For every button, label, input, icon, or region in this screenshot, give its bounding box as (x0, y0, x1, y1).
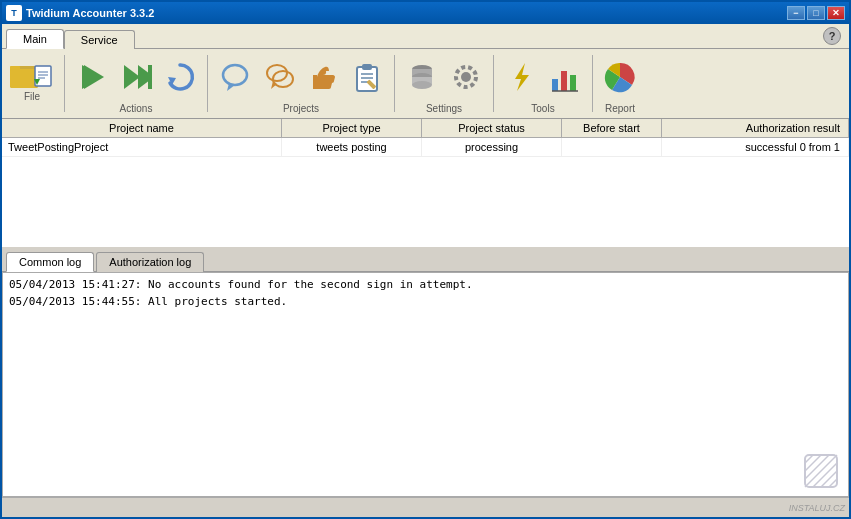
projects-table: Project name Project type Project status… (2, 119, 849, 247)
tools-buttons (500, 53, 586, 101)
project-chat1-button[interactable] (214, 53, 256, 101)
file-group-label: File (24, 91, 40, 102)
project-chat2-button[interactable] (258, 53, 300, 101)
table-header: Project name Project type Project status… (2, 119, 849, 138)
play-icon (76, 61, 108, 93)
log-line-2: 05/04/2013 15:44:55: All projects starte… (9, 294, 842, 311)
action-play-button[interactable] (71, 53, 113, 101)
svg-point-14 (223, 65, 247, 85)
svg-marker-10 (124, 65, 140, 89)
log-content[interactable]: 05/04/2013 15:41:27: No accounts found f… (2, 272, 849, 497)
lightning-icon (505, 61, 537, 93)
watermark-label: INSTALUJ.CZ (789, 503, 845, 513)
svg-rect-20 (362, 64, 372, 70)
col-header-status: Project status (422, 119, 562, 137)
projects-buttons (214, 53, 388, 101)
cell-auth-result: successful 0 from 1 (662, 138, 849, 156)
titlebar: T Twidium Accounter 3.3.2 − □ ✕ (2, 2, 849, 24)
table-row[interactable]: TweetPostingProject tweets posting proce… (2, 138, 849, 157)
svg-marker-9 (84, 65, 104, 89)
tools-group-label: Tools (531, 103, 554, 114)
report-group-label: Report (605, 103, 635, 114)
app-icon: T (6, 5, 22, 21)
cell-project-status: processing (422, 138, 562, 156)
toolbar-group-actions: Actions (71, 53, 201, 114)
projects-group-label: Projects (283, 103, 319, 114)
bar-chart-icon (549, 61, 581, 93)
action-refresh-button[interactable] (159, 53, 201, 101)
toolbar: File (2, 49, 849, 119)
col-header-name: Project name (2, 119, 282, 137)
close-button[interactable]: ✕ (827, 6, 845, 20)
tools-lightning-button[interactable] (500, 53, 542, 101)
refresh-icon (164, 61, 196, 93)
report-pie-button[interactable] (599, 53, 641, 101)
sep-4 (493, 55, 494, 112)
main-window: T Twidium Accounter 3.3.2 − □ ✕ Main Ser… (0, 0, 851, 519)
svg-point-29 (412, 81, 432, 89)
cell-before-start (562, 138, 662, 156)
help-button[interactable]: ? (823, 27, 841, 45)
project-thumbsup-button[interactable] (302, 53, 344, 101)
speech-bubble2-icon (263, 61, 295, 93)
tab-common-log[interactable]: Common log (6, 252, 94, 272)
skip-icon (120, 61, 152, 93)
col-header-type: Project type (282, 119, 422, 137)
tab-main[interactable]: Main (6, 29, 64, 49)
statusbar: INSTALUJ.CZ (2, 497, 849, 517)
document-icon (34, 65, 54, 89)
log-area: Common log Authorization log 05/04/2013 … (2, 247, 849, 497)
tab-auth-log[interactable]: Authorization log (96, 252, 204, 272)
toolbar-group-settings: Settings (401, 53, 487, 114)
file-icons[interactable] (10, 53, 54, 89)
actions-buttons (71, 53, 201, 101)
settings-buttons (401, 53, 487, 101)
svg-rect-33 (552, 79, 558, 91)
svg-rect-12 (148, 65, 152, 89)
svg-marker-32 (515, 63, 529, 91)
col-header-before: Before start (562, 119, 662, 137)
settings-db-button[interactable] (401, 53, 443, 101)
col-header-auth: Authorization result (662, 119, 849, 137)
gear-icon (450, 61, 482, 93)
actions-group-label: Actions (120, 103, 153, 114)
settings-gear-button[interactable] (445, 53, 487, 101)
database-icon (406, 61, 438, 93)
svg-rect-34 (561, 71, 567, 91)
report-buttons (599, 53, 641, 101)
action-skip-button[interactable] (115, 53, 157, 101)
main-tab-bar: Main Service ? (2, 24, 849, 49)
sep-5 (592, 55, 593, 112)
svg-rect-35 (570, 75, 576, 91)
sep-1 (64, 55, 65, 112)
toolbar-group-file: File (6, 53, 58, 114)
empty-table-area (2, 157, 849, 247)
log-line-1: 05/04/2013 15:41:27: No accounts found f… (9, 277, 842, 294)
toolbar-group-report: Report (599, 53, 641, 114)
toolbar-group-projects: Projects (214, 53, 388, 114)
toolbar-group-tools: Tools (500, 53, 586, 114)
tab-service[interactable]: Service (64, 30, 135, 49)
thumbs-up-icon (307, 61, 339, 93)
log-tab-bar: Common log Authorization log (2, 247, 849, 272)
clipboard-icon (351, 61, 383, 93)
cell-project-type: tweets posting (282, 138, 422, 156)
minimize-button[interactable]: − (787, 6, 805, 20)
window-controls: − □ ✕ (787, 6, 845, 20)
window-title: Twidium Accounter 3.3.2 (26, 7, 783, 19)
speech-bubble-icon (219, 61, 251, 93)
sep-2 (207, 55, 208, 112)
pie-chart-icon (602, 59, 638, 95)
project-clipboard-button[interactable] (346, 53, 388, 101)
table-body: TweetPostingProject tweets posting proce… (2, 138, 849, 247)
sep-3 (394, 55, 395, 112)
cell-project-name: TweetPostingProject (2, 138, 282, 156)
settings-group-label: Settings (426, 103, 462, 114)
svg-point-30 (461, 72, 471, 82)
content-area: Project name Project type Project status… (2, 119, 849, 497)
tools-barchart-button[interactable] (544, 53, 586, 101)
maximize-button[interactable]: □ (807, 6, 825, 20)
